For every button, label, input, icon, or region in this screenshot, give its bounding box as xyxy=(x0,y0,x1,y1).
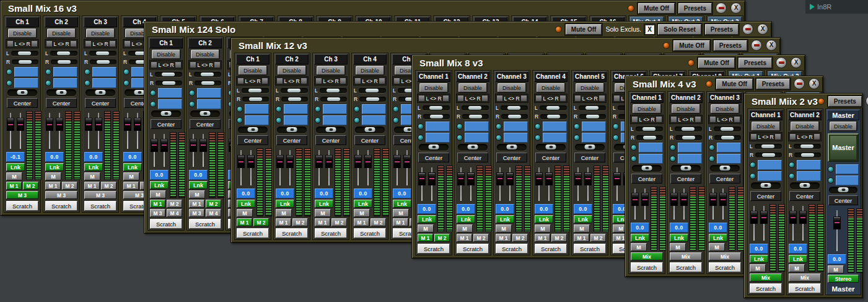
slider-handle[interactable] xyxy=(287,89,300,92)
link-button[interactable]: Lnk xyxy=(496,215,514,223)
lr-swap-left-button[interactable] xyxy=(418,95,425,102)
presets-button[interactable]: Presets xyxy=(714,40,747,51)
fader-cap[interactable] xyxy=(833,216,841,229)
fader-track[interactable] xyxy=(535,167,543,203)
link-button[interactable]: Lnk xyxy=(123,163,142,171)
link-button[interactable]: Lnk xyxy=(45,163,64,171)
input-slider-r[interactable] xyxy=(423,114,450,119)
fader-track[interactable] xyxy=(190,133,197,169)
pan-handle[interactable] xyxy=(326,127,336,132)
pan-slider[interactable] xyxy=(238,127,268,133)
center-button[interactable]: Center xyxy=(7,98,38,108)
fader-cap[interactable] xyxy=(124,118,131,131)
center-button[interactable]: Center xyxy=(457,153,488,162)
lr-swap-left-button[interactable] xyxy=(670,116,677,123)
bus-button[interactable]: M 2 xyxy=(206,200,221,208)
fader-cap[interactable] xyxy=(506,172,514,185)
mute-button[interactable]: M xyxy=(150,190,166,198)
minimize-button[interactable] xyxy=(742,24,753,35)
center-button[interactable]: Center xyxy=(670,174,701,184)
lr-swap-right-button[interactable] xyxy=(734,116,740,123)
link-button[interactable]: Lnk xyxy=(631,234,649,242)
center-button[interactable]: Center xyxy=(750,191,781,201)
disable-button[interactable]: Disable xyxy=(8,29,37,38)
disable-button[interactable]: Disable xyxy=(356,66,384,75)
lr-swap-left-button[interactable] xyxy=(750,133,757,140)
slider-handle[interactable] xyxy=(761,144,774,148)
disable-button[interactable]: Disable xyxy=(278,66,306,75)
link-button[interactable]: Lnk xyxy=(393,200,411,208)
fader-cap[interactable] xyxy=(85,118,92,131)
pan-slider[interactable] xyxy=(7,89,37,96)
mute-button[interactable]: M xyxy=(315,209,331,217)
fader-cap[interactable] xyxy=(799,211,807,224)
bus-button[interactable]: M 2 xyxy=(370,218,386,226)
disable-button[interactable]: Disable xyxy=(458,83,487,92)
mute-button[interactable]: M xyxy=(393,209,409,217)
input-slider-l[interactable] xyxy=(194,72,221,77)
slider-handle[interactable] xyxy=(366,89,379,92)
disable-button[interactable]: Disable xyxy=(633,104,661,113)
bus-button[interactable]: M 1 xyxy=(45,182,61,190)
disable-button[interactable]: Disable xyxy=(672,104,700,113)
lr-swap-right-button[interactable] xyxy=(109,40,116,47)
fader-track[interactable] xyxy=(315,149,323,187)
slider-handle[interactable] xyxy=(162,81,175,85)
lr-swap-right-button[interactable] xyxy=(695,116,701,123)
slider-handle[interactable] xyxy=(642,127,655,131)
link-button[interactable]: Lnk xyxy=(789,255,807,263)
input-slider-l[interactable] xyxy=(320,88,347,93)
bus-button[interactable]: M 2 xyxy=(101,182,116,190)
pan-slider[interactable] xyxy=(536,144,566,151)
fader-track[interactable] xyxy=(286,149,294,187)
scratch-button[interactable]: Scratch xyxy=(189,219,221,229)
fader-cap[interactable] xyxy=(631,193,639,206)
bus-button[interactable]: M 3 xyxy=(150,209,165,217)
lr-swap-left-button[interactable] xyxy=(789,133,796,140)
mute-off-button[interactable]: Mute Off xyxy=(673,40,710,51)
lr-swap-left-button[interactable] xyxy=(535,95,542,102)
bus-button[interactable]: M 1 xyxy=(418,234,433,242)
link-button[interactable]: Lnk xyxy=(150,181,169,189)
mute-button[interactable]: M xyxy=(45,172,61,180)
bus-button[interactable]: M 1 xyxy=(315,218,330,226)
link-button[interactable]: Lnk xyxy=(750,255,768,263)
disable-button[interactable]: Disable xyxy=(791,122,819,131)
fader-cap[interactable] xyxy=(46,118,53,131)
fader-cap[interactable] xyxy=(613,172,621,185)
input-slider-r[interactable] xyxy=(675,135,702,140)
input-slider-l[interactable] xyxy=(462,105,489,110)
lr-swap-right-button[interactable] xyxy=(598,95,605,102)
fader-track[interactable] xyxy=(760,205,768,242)
lr-swap-right-button[interactable] xyxy=(300,78,307,84)
mute-button[interactable]: M xyxy=(709,243,725,251)
fader-track[interactable] xyxy=(151,133,158,169)
slider-handle[interactable] xyxy=(547,115,560,118)
fader-cap[interactable] xyxy=(364,155,372,168)
bus-button[interactable]: M 1 xyxy=(237,218,252,226)
slider-handle[interactable] xyxy=(682,136,695,140)
pan-slider[interactable] xyxy=(355,127,385,133)
scratch-button[interactable]: Scratch xyxy=(631,262,663,272)
pan-slider[interactable] xyxy=(151,110,181,117)
bus-button[interactable]: M 2 xyxy=(331,218,347,226)
scratch-button[interactable]: Scratch xyxy=(535,244,567,254)
fader-track[interactable] xyxy=(750,205,758,242)
input-slider-l[interactable] xyxy=(579,105,606,110)
bus-button[interactable]: M 1 xyxy=(457,234,472,242)
pan-handle[interactable] xyxy=(468,144,478,149)
pan-handle[interactable] xyxy=(720,166,730,171)
input-slider-r[interactable] xyxy=(794,153,821,158)
mute-button[interactable]: M xyxy=(574,224,590,233)
bus-button[interactable]: M 2 xyxy=(434,234,450,242)
center-button[interactable]: Center xyxy=(709,174,740,184)
slider-handle[interactable] xyxy=(58,60,71,64)
mute-off-button[interactable]: Mute Off xyxy=(698,58,735,68)
pan-handle[interactable] xyxy=(365,127,375,132)
fader-track[interactable] xyxy=(7,112,14,151)
bus-button[interactable]: M 1 xyxy=(574,234,589,242)
mute-button[interactable]: M xyxy=(750,264,766,272)
fader-cap[interactable] xyxy=(584,172,592,185)
bus-button[interactable]: M 1 xyxy=(123,182,139,190)
scratch-button[interactable]: Scratch xyxy=(354,228,386,238)
